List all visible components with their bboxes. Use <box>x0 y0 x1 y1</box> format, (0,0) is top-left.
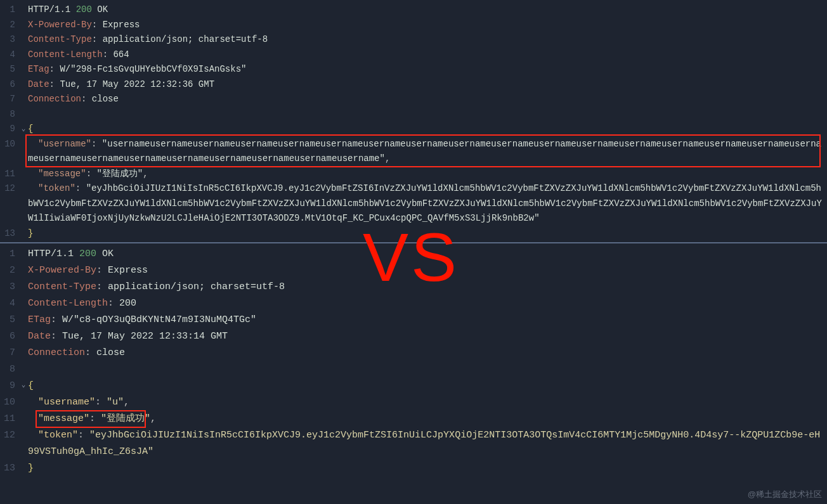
line-number: 13 <box>0 460 19 477</box>
json-value-message: "登陆成功" <box>101 413 150 424</box>
json-key-token: "token" <box>38 430 78 441</box>
code-line: 11"message": "登陆成功", <box>0 167 827 182</box>
line-number: 9 <box>0 378 19 394</box>
line-number: 8 <box>0 361 19 378</box>
code-line: 3Content-Type: application/json; charset… <box>0 32 827 48</box>
line-number: 11 <box>0 411 19 427</box>
code-line: 9⌄{ <box>0 378 827 394</box>
code-line: 8 <box>0 107 827 122</box>
code-line: 5ETag: W/"c8-qOY3uQBdKYNtN47m9I3NuMQ4TGc… <box>0 312 827 328</box>
line-number: 6 <box>0 77 19 93</box>
line-number: 2 <box>0 18 19 33</box>
line-number: 9 <box>0 122 19 137</box>
watermark: @稀土掘金技术社区 <box>748 489 822 500</box>
line-number: 7 <box>0 345 19 361</box>
code-line: 4Content-Length: 664 <box>0 48 827 63</box>
code-line: 12"token": "eyJhbGciOiJIUzI1NiIsInR5cCI6… <box>0 427 827 460</box>
code-line: 11"message": "登陆成功", <box>0 411 827 427</box>
json-value-token: "eyJhbGciOiJIUzI1NiIsInR5cCI6IkpXVCJ9.ey… <box>28 183 822 223</box>
code-line: 4Content-Length: 200 <box>0 295 827 312</box>
line-number: 4 <box>0 48 19 63</box>
json-value-username: "u" <box>107 397 124 408</box>
line-number: 10 <box>0 394 19 411</box>
json-key-username: "username" <box>38 397 95 408</box>
json-key-token: "token" <box>38 183 75 193</box>
line-number: 6 <box>0 328 19 345</box>
json-key-message: "message" <box>38 413 89 424</box>
line-number: 2 <box>0 262 19 279</box>
json-value-token: "eyJhbGciOiJIUzI1NiIsInR5cCI6IkpXVCJ9.ey… <box>28 430 820 457</box>
line-number: 8 <box>0 107 19 122</box>
code-line: 7Connection: close <box>0 92 827 107</box>
vs-label: VS <box>363 223 459 292</box>
chevron-down-icon[interactable]: ⌄ <box>19 122 28 137</box>
code-line: 5ETag: W/"298-Fc1sGvqUHYebbCVf0X9IsAnGsk… <box>0 62 827 77</box>
json-key-username: "username" <box>38 139 91 149</box>
line-number: 1 <box>0 246 19 262</box>
line-number: 3 <box>0 279 19 295</box>
line-number: 10 <box>0 137 19 152</box>
line-number: 5 <box>0 62 19 77</box>
json-value-username: "usernameusernameusernameusernameusernam… <box>28 139 821 164</box>
code-line: 7Connection: close <box>0 345 827 361</box>
line-number: 5 <box>0 312 19 328</box>
line-number: 7 <box>0 92 19 107</box>
code-line: 2X-Powered-By: Express <box>0 18 827 33</box>
line-number: 4 <box>0 295 19 312</box>
json-value-message: "登陆成功" <box>96 169 143 179</box>
chevron-down-icon[interactable]: ⌄ <box>19 378 28 393</box>
code-line: 8 <box>0 361 827 378</box>
http-response-top: 1HTTP/1.1 200 OK 2X-Powered-By: Express … <box>0 0 827 241</box>
code-line: 10"username": "u", <box>0 394 827 411</box>
line-number: 12 <box>0 181 19 197</box>
line-number: 12 <box>0 427 19 444</box>
code-line: 9⌄{ <box>0 122 827 137</box>
line-number: 11 <box>0 167 19 182</box>
code-line: 6Date: Tue, 17 May 2022 12:32:36 GMT <box>0 77 827 93</box>
json-key-message: "message" <box>38 169 86 179</box>
code-line: 10"username": "usernameusernameusernameu… <box>0 137 827 167</box>
line-number: 13 <box>0 226 19 242</box>
code-line: 13} <box>0 460 827 477</box>
code-line: 6Date: Tue, 17 May 2022 12:33:14 GMT <box>0 328 827 345</box>
line-number: 3 <box>0 32 19 48</box>
code-line: 1HTTP/1.1 200 OK <box>0 3 827 18</box>
line-number: 1 <box>0 3 19 18</box>
